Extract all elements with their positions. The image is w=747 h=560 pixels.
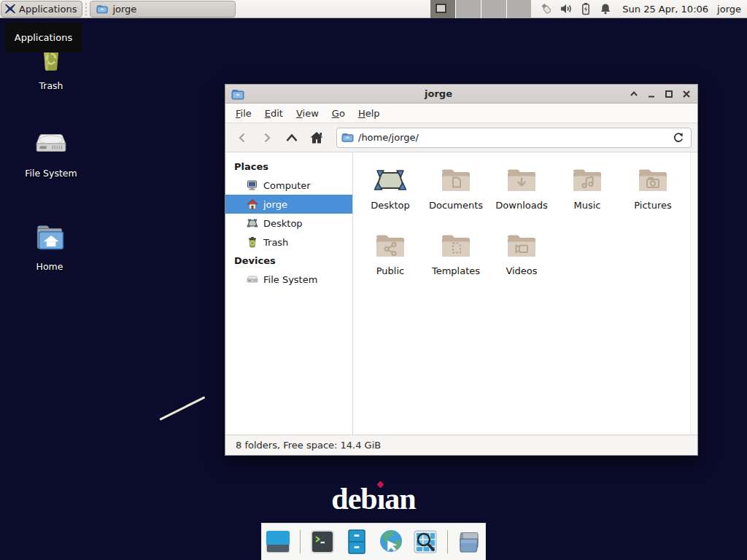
window-content: Places Computer jorge Desktop [225, 152, 697, 435]
workspace-switcher[interactable] [430, 0, 531, 18]
maximize-button[interactable] [663, 88, 674, 99]
public-folder-icon [372, 225, 409, 263]
status-text: 8 folders, Free space: 14.4 GiB [236, 440, 381, 451]
path-bar[interactable]: /home/jorge/ [336, 128, 692, 148]
menu-view[interactable]: View [290, 105, 325, 122]
home-button[interactable] [306, 128, 328, 148]
user-label[interactable]: jorge [717, 4, 741, 15]
file-item-downloads[interactable]: Downloads [489, 160, 554, 219]
dock-separator [447, 530, 448, 553]
file-item-music[interactable]: Music [554, 160, 620, 219]
sidebar: Places Computer jorge Desktop [225, 152, 353, 435]
web-browser-button[interactable] [376, 527, 406, 556]
sidebar-item-file-system[interactable]: File System [225, 270, 352, 289]
taskbar-folder-icon [96, 4, 108, 15]
menu-edit[interactable]: Edit [259, 105, 289, 122]
terminal-button[interactable] [308, 527, 337, 556]
minimize-button[interactable] [646, 88, 657, 99]
file-manager-icon [343, 528, 371, 556]
xfce-logo-icon [4, 3, 16, 15]
file-label: Documents [429, 200, 483, 211]
documents-folder-icon [438, 160, 474, 198]
close-button[interactable] [681, 88, 692, 99]
debian-logo-text: deb [331, 482, 376, 516]
menubar: File Edit View Go Help [225, 104, 697, 123]
volume-icon[interactable] [560, 2, 573, 15]
file-item-documents[interactable]: Documents [423, 160, 489, 219]
forward-button[interactable] [256, 128, 278, 148]
removable-media-icon[interactable] [540, 2, 553, 15]
debian-logo-text: an [384, 482, 415, 516]
clock[interactable]: Sun 25 Apr, 10:06 [622, 4, 708, 15]
file-label: Public [376, 265, 404, 276]
sidebar-item-desktop[interactable]: Desktop [225, 214, 352, 233]
terminal-icon [309, 528, 336, 556]
applications-menu-label: Applications [19, 4, 77, 15]
path-text[interactable]: /home/jorge/ [358, 132, 666, 143]
desktop-folder-icon [372, 160, 409, 198]
app-finder-button[interactable] [411, 527, 440, 556]
computer-icon [247, 179, 258, 191]
workspace-1[interactable] [430, 0, 456, 18]
pictures-folder-icon [635, 160, 671, 198]
file-label: Music [574, 200, 601, 211]
videos-folder-icon [503, 225, 540, 263]
web-browser-icon [377, 528, 405, 556]
music-folder-icon [569, 160, 605, 198]
taskbar-button-jorge[interactable]: jorge [90, 1, 236, 18]
panel-drag-handle[interactable] [84, 2, 88, 15]
back-button[interactable] [231, 128, 253, 148]
up-button[interactable] [281, 128, 303, 148]
notifications-bell-icon[interactable] [599, 2, 612, 15]
shade-button[interactable] [628, 88, 639, 99]
menu-file[interactable]: File [230, 105, 258, 122]
workspace-3[interactable] [481, 0, 507, 18]
window-folder-icon [231, 88, 244, 100]
directory-menu-button[interactable] [455, 527, 484, 556]
window-controls [628, 88, 692, 99]
toolbar: /home/jorge/ [225, 123, 697, 152]
sidebar-item-label: Trash [263, 237, 288, 248]
menu-go[interactable]: Go [326, 105, 351, 122]
file-view[interactable]: Desktop Documents [353, 152, 697, 435]
sidebar-item-trash[interactable]: Trash [225, 233, 352, 252]
workspace-window-thumbnail [436, 4, 446, 13]
hard-drive-icon [16, 125, 86, 162]
file-item-videos[interactable]: Videos [489, 225, 554, 285]
file-item-templates[interactable]: Templates [423, 225, 489, 285]
window-titlebar[interactable]: jorge [225, 85, 697, 104]
desktop-icon [247, 217, 258, 229]
desktop-icon-file-system[interactable]: File System [16, 125, 86, 179]
file-item-public[interactable]: Public [357, 225, 423, 285]
file-item-desktop[interactable]: Desktop [357, 160, 423, 219]
home-folder-icon [15, 219, 85, 255]
workspace-4[interactable] [507, 0, 532, 18]
desktop-icon-home[interactable]: Home [15, 219, 85, 272]
tooltip-text: Applications [15, 32, 72, 43]
applications-menu-button[interactable]: Applications [1, 1, 82, 18]
reload-button[interactable] [670, 130, 686, 146]
workspace-2[interactable] [456, 0, 481, 18]
trash-icon [247, 236, 258, 248]
vertical-scrollbar[interactable] [690, 152, 697, 435]
show-desktop-icon [264, 528, 292, 556]
desktop-icon-label: Home [15, 261, 85, 272]
show-desktop-button[interactable] [263, 527, 293, 556]
menu-help[interactable]: Help [352, 105, 386, 122]
sidebar-header-places: Places [225, 158, 352, 176]
file-label: Desktop [371, 200, 410, 211]
file-item-pictures[interactable]: Pictures [620, 160, 686, 219]
sidebar-item-jorge[interactable]: jorge [225, 195, 352, 214]
sidebar-item-label: File System [263, 274, 317, 285]
file-manager-button[interactable] [342, 527, 371, 556]
home-icon [247, 198, 258, 210]
sidebar-item-label: Desktop [263, 218, 303, 229]
applications-tooltip: Applications [5, 23, 82, 52]
hard-drive-icon [247, 273, 258, 285]
file-label: Pictures [634, 200, 671, 211]
sidebar-item-label: jorge [263, 199, 287, 210]
templates-folder-icon [438, 225, 474, 263]
dock-separator [300, 530, 301, 553]
battery-icon[interactable] [579, 2, 592, 15]
sidebar-item-computer[interactable]: Computer [225, 176, 352, 195]
